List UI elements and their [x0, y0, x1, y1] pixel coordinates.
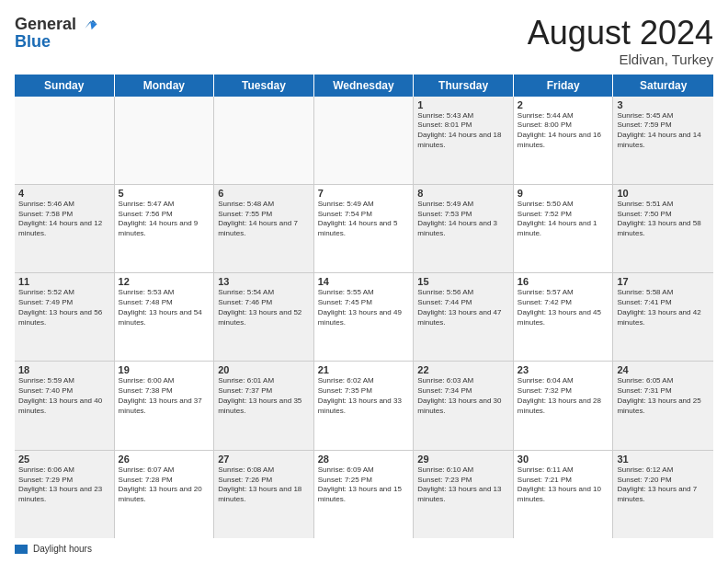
- day-number: 12: [119, 276, 210, 287]
- cell-info: Sunrise: 6:10 AMSunset: 7:23 PMDaylight:…: [417, 465, 509, 505]
- footer: Daylight hours: [15, 544, 713, 554]
- cal-cell-empty: [15, 97, 115, 184]
- cal-header-monday: Monday: [115, 75, 215, 97]
- cell-info: Sunrise: 5:54 AMSunset: 7:46 PMDaylight:…: [218, 288, 310, 327]
- day-number: 28: [318, 454, 410, 465]
- day-number: 25: [18, 454, 110, 465]
- cell-info: Sunrise: 5:46 AMSunset: 7:58 PMDaylight:…: [18, 200, 110, 239]
- day-number: 3: [617, 99, 710, 110]
- day-number: 16: [518, 276, 609, 287]
- cal-cell-10: 10Sunrise: 5:51 AMSunset: 7:50 PMDayligh…: [613, 185, 713, 272]
- cell-info: Sunrise: 6:07 AMSunset: 7:28 PMDaylight:…: [119, 465, 210, 505]
- cal-cell-14: 14Sunrise: 5:55 AMSunset: 7:45 PMDayligh…: [314, 273, 415, 361]
- cell-info: Sunrise: 6:04 AMSunset: 7:32 PMDaylight:…: [518, 376, 609, 416]
- cal-cell-2: 2Sunrise: 5:44 AMSunset: 8:00 PMDaylight…: [514, 97, 614, 184]
- cell-info: Sunrise: 6:02 AMSunset: 7:35 PMDaylight:…: [318, 376, 410, 416]
- cal-cell-empty: [314, 97, 415, 184]
- cal-cell-9: 9Sunrise: 5:50 AMSunset: 7:52 PMDaylight…: [514, 185, 614, 272]
- cal-cell-21: 21Sunrise: 6:02 AMSunset: 7:35 PMDayligh…: [314, 362, 415, 449]
- cell-info: Sunrise: 6:05 AMSunset: 7:31 PMDaylight:…: [617, 376, 710, 416]
- title-block: August 2024 Eldivan, Turkey: [528, 15, 713, 67]
- day-number: 15: [417, 276, 509, 287]
- legend-label: Daylight hours: [33, 544, 92, 554]
- day-number: 22: [417, 364, 509, 375]
- cal-header-wednesday: Wednesday: [314, 75, 415, 97]
- cell-info: Sunrise: 5:53 AMSunset: 7:48 PMDaylight:…: [119, 288, 210, 327]
- cell-info: Sunrise: 6:06 AMSunset: 7:29 PMDaylight:…: [18, 465, 110, 505]
- cal-header-tuesday: Tuesday: [214, 75, 314, 97]
- cal-week-3: 11Sunrise: 5:52 AMSunset: 7:49 PMDayligh…: [15, 273, 713, 362]
- day-number: 30: [518, 454, 609, 465]
- cell-info: Sunrise: 6:12 AMSunset: 7:20 PMDaylight:…: [617, 465, 710, 505]
- day-number: 10: [617, 188, 710, 199]
- day-number: 7: [318, 188, 410, 199]
- cal-cell-30: 30Sunrise: 6:11 AMSunset: 7:21 PMDayligh…: [514, 451, 614, 538]
- day-number: 18: [18, 364, 110, 375]
- cal-header-saturday: Saturday: [613, 75, 713, 97]
- cal-cell-4: 4Sunrise: 5:46 AMSunset: 7:58 PMDaylight…: [15, 185, 115, 272]
- legend-color-box: [15, 545, 28, 554]
- location: Eldivan, Turkey: [528, 52, 713, 67]
- cal-header-sunday: Sunday: [15, 75, 115, 97]
- cal-cell-8: 8Sunrise: 5:49 AMSunset: 7:53 PMDaylight…: [414, 185, 514, 272]
- day-number: 4: [18, 188, 110, 199]
- cell-info: Sunrise: 5:49 AMSunset: 7:54 PMDaylight:…: [318, 200, 410, 239]
- cell-info: Sunrise: 5:59 AMSunset: 7:40 PMDaylight:…: [18, 376, 110, 416]
- cell-info: Sunrise: 5:45 AMSunset: 7:59 PMDaylight:…: [617, 111, 710, 151]
- cal-cell-28: 28Sunrise: 6:09 AMSunset: 7:25 PMDayligh…: [314, 451, 415, 538]
- day-number: 11: [18, 276, 110, 287]
- cal-cell-29: 29Sunrise: 6:10 AMSunset: 7:23 PMDayligh…: [414, 451, 514, 538]
- cell-info: Sunrise: 6:08 AMSunset: 7:26 PMDaylight:…: [218, 465, 310, 505]
- day-number: 21: [318, 364, 410, 375]
- logo-blue: Blue: [15, 33, 98, 52]
- cell-info: Sunrise: 6:01 AMSunset: 7:37 PMDaylight:…: [218, 376, 310, 416]
- day-number: 29: [417, 454, 509, 465]
- cal-week-2: 4Sunrise: 5:46 AMSunset: 7:58 PMDaylight…: [15, 185, 713, 273]
- cal-cell-26: 26Sunrise: 6:07 AMSunset: 7:28 PMDayligh…: [115, 451, 215, 538]
- day-number: 24: [617, 364, 710, 375]
- cal-cell-1: 1Sunrise: 5:43 AMSunset: 8:01 PMDaylight…: [414, 97, 514, 184]
- cal-cell-empty: [115, 97, 215, 184]
- calendar: SundayMondayTuesdayWednesdayThursdayFrid…: [15, 75, 713, 538]
- cal-cell-23: 23Sunrise: 6:04 AMSunset: 7:32 PMDayligh…: [514, 362, 614, 449]
- cal-cell-18: 18Sunrise: 5:59 AMSunset: 7:40 PMDayligh…: [15, 362, 115, 449]
- cell-info: Sunrise: 5:58 AMSunset: 7:41 PMDaylight:…: [617, 288, 710, 327]
- day-number: 8: [417, 188, 509, 199]
- page-header: General Blue August 2024 Eldivan, Turkey: [15, 15, 713, 67]
- cell-info: Sunrise: 5:55 AMSunset: 7:45 PMDaylight:…: [318, 288, 410, 327]
- cal-cell-20: 20Sunrise: 6:01 AMSunset: 7:37 PMDayligh…: [214, 362, 314, 449]
- day-number: 19: [119, 364, 210, 375]
- cal-cell-3: 3Sunrise: 5:45 AMSunset: 7:59 PMDaylight…: [613, 97, 713, 184]
- cell-info: Sunrise: 5:48 AMSunset: 7:55 PMDaylight:…: [218, 200, 310, 239]
- cal-cell-24: 24Sunrise: 6:05 AMSunset: 7:31 PMDayligh…: [613, 362, 713, 449]
- cal-cell-25: 25Sunrise: 6:06 AMSunset: 7:29 PMDayligh…: [15, 451, 115, 538]
- cal-cell-17: 17Sunrise: 5:58 AMSunset: 7:41 PMDayligh…: [613, 273, 713, 361]
- cell-info: Sunrise: 5:43 AMSunset: 8:01 PMDaylight:…: [417, 111, 509, 151]
- cell-info: Sunrise: 5:49 AMSunset: 7:53 PMDaylight:…: [417, 200, 509, 239]
- calendar-header: SundayMondayTuesdayWednesdayThursdayFrid…: [15, 75, 713, 97]
- cal-cell-19: 19Sunrise: 6:00 AMSunset: 7:38 PMDayligh…: [115, 362, 215, 449]
- day-number: 14: [318, 276, 410, 287]
- cell-info: Sunrise: 6:11 AMSunset: 7:21 PMDaylight:…: [518, 465, 609, 505]
- cal-cell-27: 27Sunrise: 6:08 AMSunset: 7:26 PMDayligh…: [214, 451, 314, 538]
- cell-info: Sunrise: 5:47 AMSunset: 7:56 PMDaylight:…: [119, 200, 210, 239]
- calendar-body: 1Sunrise: 5:43 AMSunset: 8:01 PMDaylight…: [15, 97, 713, 538]
- day-number: 26: [119, 454, 210, 465]
- month-title: August 2024: [528, 15, 713, 52]
- cal-cell-7: 7Sunrise: 5:49 AMSunset: 7:54 PMDaylight…: [314, 185, 415, 272]
- day-number: 17: [617, 276, 710, 287]
- day-number: 13: [218, 276, 310, 287]
- day-number: 5: [119, 188, 210, 199]
- day-number: 27: [218, 454, 310, 465]
- cal-week-4: 18Sunrise: 5:59 AMSunset: 7:40 PMDayligh…: [15, 362, 713, 450]
- cal-cell-12: 12Sunrise: 5:53 AMSunset: 7:48 PMDayligh…: [115, 273, 215, 361]
- cell-info: Sunrise: 5:52 AMSunset: 7:49 PMDaylight:…: [18, 288, 110, 327]
- logo-bird-icon: [78, 15, 98, 35]
- cell-info: Sunrise: 6:03 AMSunset: 7:34 PMDaylight:…: [417, 376, 509, 416]
- cal-cell-5: 5Sunrise: 5:47 AMSunset: 7:56 PMDaylight…: [115, 185, 215, 272]
- cal-cell-empty: [214, 97, 314, 184]
- cal-cell-11: 11Sunrise: 5:52 AMSunset: 7:49 PMDayligh…: [15, 273, 115, 361]
- cal-cell-6: 6Sunrise: 5:48 AMSunset: 7:55 PMDaylight…: [214, 185, 314, 272]
- cell-info: Sunrise: 5:57 AMSunset: 7:42 PMDaylight:…: [518, 288, 609, 327]
- day-number: 20: [218, 364, 310, 375]
